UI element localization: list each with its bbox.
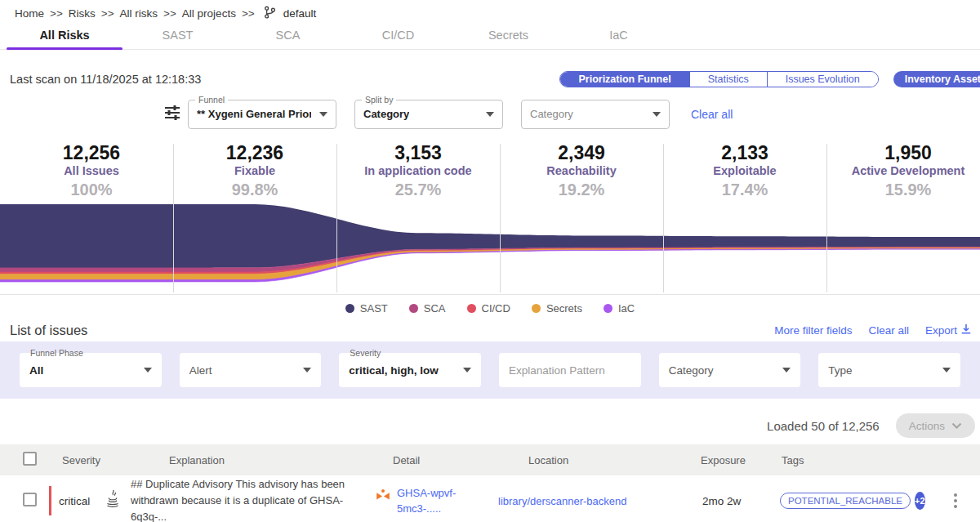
stage-divider-line [336, 144, 337, 292]
legend-item: SAST [345, 302, 388, 315]
column-explanation[interactable]: Explanation [127, 454, 351, 466]
explanation-pattern-filter[interactable]: Explanation Pattern [499, 353, 641, 387]
tab-sast[interactable]: SAST [122, 26, 233, 49]
table-row[interactable]: critical ## Duplicate Advisory This advi… [0, 475, 980, 522]
filter-label: Severity [347, 348, 383, 358]
breadcrumb-separator: >> [101, 7, 114, 20]
tag-more-badge[interactable]: +2 [915, 492, 925, 510]
chevron-down-icon [319, 112, 327, 117]
funnel-filter-row: Funnel ** Xygeni General Prioritizat... … [0, 99, 980, 129]
funnel-series-sast [0, 204, 980, 268]
breadcrumb-item[interactable]: All projects [182, 7, 236, 20]
tab-iac[interactable]: IaC [564, 26, 674, 49]
chevron-down-icon [463, 368, 471, 373]
breadcrumb-separator: >> [242, 7, 255, 20]
funnel-select[interactable]: Funnel ** Xygeni General Prioritizat... [188, 100, 336, 129]
alert-filter[interactable]: Alert [180, 353, 322, 387]
chart-legend: SASTSCACI/CDSecretsIaC [0, 300, 980, 316]
funnel-clear-all-link[interactable]: Clear all [691, 108, 733, 121]
category-filter[interactable]: Category [659, 353, 801, 387]
funnel-stage-percent: 99.8% [173, 180, 336, 199]
tag-badge[interactable]: POTENTIAL_REACHABLE [780, 493, 911, 509]
funnel-stage-label: Fixable [173, 163, 336, 180]
stage-divider-line [173, 144, 174, 292]
severity-filter[interactable]: Severitycritical, high, low [339, 353, 481, 387]
legend-label: SAST [360, 302, 388, 315]
column-location[interactable]: Location [486, 454, 690, 466]
funnel-stage-percent: 15.9% [826, 180, 980, 199]
chevron-down-icon [942, 368, 951, 373]
filter-placeholder: Explanation Pattern [509, 364, 605, 377]
export-label: Export [925, 324, 957, 337]
legend-item: IaC [604, 302, 635, 315]
chevron-down-icon [486, 112, 494, 117]
breadcrumb-current[interactable]: default [283, 7, 317, 20]
tab-sca[interactable]: SCA [233, 26, 343, 49]
funnel-stage-percent: 19.2% [500, 180, 663, 199]
split-by-select[interactable]: Split by Category [354, 100, 503, 129]
filter-value: critical, high, low [349, 364, 439, 377]
stage-divider-line [826, 144, 827, 292]
tune-filters-icon[interactable] [163, 104, 181, 125]
issues-table-header: Severity Explanation Detail Location Exp… [0, 444, 980, 475]
tab-cicd[interactable]: CI/CD [343, 26, 453, 49]
location-link[interactable]: library/derscanner-backend [498, 495, 627, 507]
column-tags[interactable]: Tags [760, 454, 919, 466]
breadcrumb-item[interactable]: Home [15, 7, 44, 20]
breadcrumb-item[interactable]: Risks [69, 7, 96, 20]
view-issues-evolution-button[interactable]: Issues Evolution [767, 72, 878, 87]
actions-button[interactable]: Actions [896, 413, 975, 438]
more-filter-fields-link[interactable]: More filter fields [774, 324, 852, 337]
select-all-checkbox[interactable] [23, 452, 37, 466]
legend-dot [409, 304, 418, 313]
detail-link[interactable]: GHSA-wpvf-5mc3-..... [397, 485, 461, 517]
funnel-stage[interactable]: 12,256All Issues100% [10, 142, 173, 199]
row-checkbox[interactable] [23, 493, 37, 506]
export-link[interactable]: Export [925, 323, 972, 337]
issues-title: List of issues [10, 323, 87, 338]
breadcrumb-separator: >> [163, 7, 176, 20]
actions-label: Actions [909, 420, 945, 432]
funnel-stage-percent: 17.4% [663, 180, 826, 199]
legend-item: Secrets [532, 302, 582, 315]
view-statistics-button[interactable]: Statistics [689, 72, 767, 87]
tab-secrets[interactable]: Secrets [453, 26, 564, 49]
issues-header: List of issues More filter fields Clear … [0, 319, 980, 341]
loaded-count: Loaded 50 of 12,256 [767, 419, 880, 433]
inventory-assets-button[interactable]: Inventory Assets [893, 71, 980, 87]
severity-label: critical [59, 495, 90, 507]
column-detail[interactable]: Detail [351, 454, 486, 466]
view-priorization-funnel-button[interactable]: Priorization Funnel [560, 72, 688, 87]
column-severity[interactable]: Severity [46, 454, 98, 466]
funnel-stage[interactable]: 1,950Active Development15.9% [826, 142, 980, 199]
funnel-stage[interactable]: 3,153In application code25.7% [336, 142, 500, 199]
funnel-stage[interactable]: 2,349Reachability19.2% [500, 142, 663, 199]
legend-label: CI/CD [482, 302, 510, 315]
funnel-stage-percent: 100% [10, 180, 173, 199]
funnel-stage-label: Active Development [826, 163, 980, 180]
tab-all-risks[interactable]: All Risks [7, 26, 122, 49]
funnel-select-value: ** Xygeni General Prioritizat... [197, 108, 311, 120]
breadcrumb-item[interactable]: All risks [120, 7, 158, 20]
category-select[interactable]: Category [521, 100, 670, 129]
type-filter[interactable]: Type [818, 353, 960, 387]
risk-tabs: All Risks SAST SCA CI/CD Secrets IaC [0, 26, 980, 50]
chevron-down-icon [782, 368, 791, 373]
funnel-stage[interactable]: 12,236Fixable99.8% [173, 142, 336, 199]
funnel-stage[interactable]: 2,133Exploitable17.4% [663, 142, 826, 199]
breadcrumb-items: Home>>Risks>>All risks>>All projects>> [15, 7, 255, 20]
view-toggle: Priorization Funnel Statistics Issues Ev… [559, 71, 878, 87]
funnel-phase-filter[interactable]: Funnel PhaseAll [20, 353, 162, 387]
funnel-chart[interactable] [0, 203, 980, 294]
row-menu-icon[interactable] [930, 493, 980, 508]
scan-row: Last scan on 11/18/2025 at 12:18:33 Prio… [0, 70, 980, 88]
funnel-stage-label: In application code [336, 163, 500, 180]
funnel-stage-label: Reachability [500, 163, 663, 180]
funnel-stage-value: 1,950 [826, 142, 980, 163]
severity-bar [49, 486, 51, 515]
split-by-value: Category [363, 108, 409, 120]
column-exposure[interactable]: Exposure [690, 454, 760, 466]
last-scan-text: Last scan on 11/18/2025 at 12:18:33 [10, 73, 201, 86]
legend-label: Secrets [546, 302, 582, 315]
issues-clear-all-link[interactable]: Clear all [868, 324, 909, 337]
